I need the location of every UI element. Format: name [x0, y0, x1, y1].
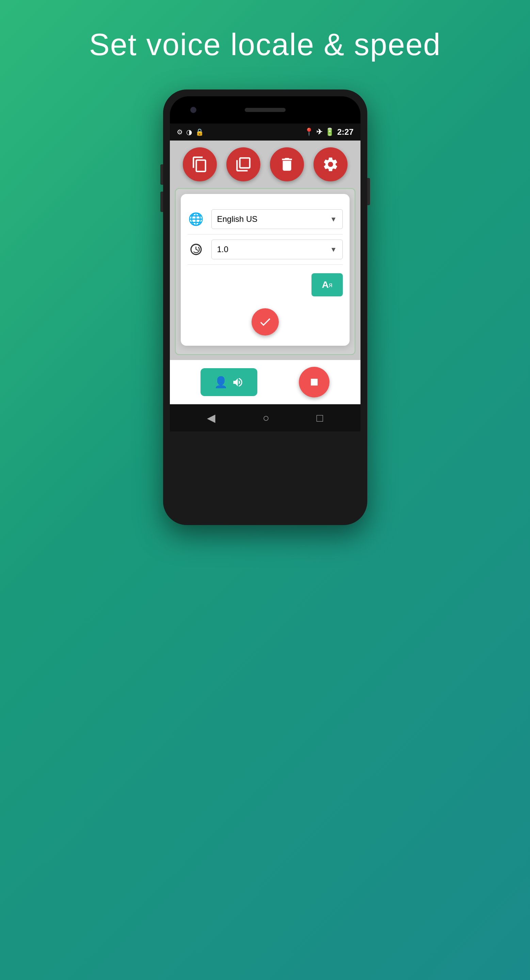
home-nav-button[interactable]: ○: [263, 412, 269, 424]
tts-button-row: A я: [188, 265, 343, 301]
volume-down-button: [160, 192, 163, 212]
gear-icon: [322, 156, 339, 173]
locale-setting-row: 🌐 English US ▼: [188, 204, 343, 234]
copy-icon: [235, 156, 252, 173]
airplane-icon: ✈: [316, 127, 322, 137]
globe-icon: 🌐: [188, 211, 205, 228]
speed-setting-row: 1.0 ▼: [188, 234, 343, 265]
stop-button[interactable]: [299, 367, 329, 398]
tts-button[interactable]: A я: [312, 273, 342, 296]
status-right-icons: 📍 ✈ 🔋 2:27: [304, 127, 353, 137]
sound-waves-icon: [232, 376, 244, 388]
speedometer-icon: [188, 241, 205, 258]
confirm-button[interactable]: [251, 308, 279, 336]
location-icon: 📍: [304, 127, 314, 137]
settings-card-outer: 🌐 English US ▼: [175, 188, 355, 355]
delete-button[interactable]: [270, 147, 304, 181]
copy-button[interactable]: [226, 147, 260, 181]
speed-dropdown[interactable]: 1.0 ▼: [212, 240, 343, 259]
toolbar: [175, 147, 355, 181]
bottom-action-bar: 👤: [170, 360, 360, 404]
trash-icon: [279, 156, 296, 173]
settings-card: 🌐 English US ▼: [181, 194, 350, 346]
power-button: [367, 178, 370, 205]
recents-nav-button[interactable]: □: [317, 412, 323, 424]
volume-up-button: [160, 164, 163, 185]
clipboard-icon: [191, 156, 208, 173]
settings-button[interactable]: [314, 147, 347, 181]
stop-icon: [307, 375, 321, 389]
phone-top-bar: [170, 96, 360, 124]
phone-screen: ⚙ ◑ 🔒 📍 ✈ 🔋 2:27: [170, 96, 360, 518]
locale-dropdown[interactable]: English US ▼: [212, 209, 343, 229]
speed-dropdown-arrow: ▼: [330, 246, 337, 253]
battery-icon: 🔋: [325, 127, 334, 137]
locale-dropdown-arrow: ▼: [330, 215, 337, 223]
status-left-icons: ⚙ ◑ 🔒: [177, 128, 204, 136]
lock-status-icon: 🔒: [196, 128, 204, 136]
status-time: 2:27: [337, 127, 353, 137]
speak-button[interactable]: 👤: [201, 368, 257, 396]
app-content: 🌐 English US ▼: [170, 140, 360, 360]
speed-value: 1.0: [217, 245, 228, 254]
camera: [190, 107, 196, 113]
person-speak-icon: 👤: [214, 375, 228, 388]
checkmark-icon: [258, 315, 272, 329]
locale-value: English US: [217, 215, 258, 224]
clipboard-button[interactable]: [183, 147, 217, 181]
back-nav-button[interactable]: ◀: [207, 411, 215, 424]
settings-status-icon: ⚙: [177, 128, 183, 136]
phone-frame: ⚙ ◑ 🔒 📍 ✈ 🔋 2:27: [163, 89, 367, 525]
speaker: [245, 108, 286, 112]
page-title: Set voice locale & speed: [89, 27, 441, 62]
theme-status-icon: ◑: [186, 128, 192, 136]
status-bar: ⚙ ◑ 🔒 📍 ✈ 🔋 2:27: [170, 124, 360, 140]
navigation-bar: ◀ ○ □: [170, 404, 360, 431]
